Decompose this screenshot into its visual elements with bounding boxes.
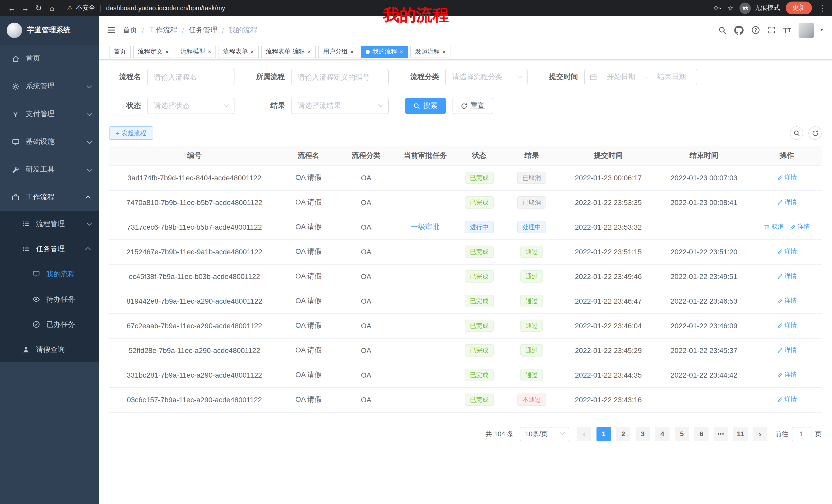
current-task-link[interactable]: 一级审批 — [411, 222, 440, 231]
update-button[interactable]: 更新 — [786, 2, 812, 15]
result-select[interactable]: 请选择流结果 — [291, 97, 389, 114]
page-button[interactable]: 11 — [733, 427, 748, 441]
breadcrumb-item[interactable]: 工作流程 — [149, 25, 177, 35]
prev-page-button[interactable]: ‹ — [577, 427, 591, 441]
detail-button[interactable]: 详情 — [777, 371, 797, 380]
tab-7[interactable]: 发起流程× — [410, 46, 450, 58]
close-icon[interactable]: × — [399, 49, 403, 55]
page-button[interactable]: 6 — [694, 427, 709, 441]
detail-button[interactable]: 详情 — [777, 297, 797, 305]
date-range-picker[interactable]: 开始日期 - 结束日期 — [584, 69, 697, 85]
sidebar-item-devtools[interactable]: 研发工具 — [0, 156, 99, 184]
sidebar-item-task-mgmt[interactable]: 任务管理 — [0, 236, 99, 261]
status-badge: 已完成 — [465, 196, 494, 208]
detail-button[interactable]: 详情 — [777, 272, 797, 281]
filter-status: 状态 请选择状态 — [109, 97, 234, 114]
category-select[interactable]: 请选择流程分类 — [445, 69, 527, 85]
sidebar-item-process-mgmt[interactable]: 流程管理 — [0, 211, 99, 236]
active-tab-dot — [366, 50, 370, 54]
sidebar-item-done-tasks[interactable]: 已办任务 — [0, 312, 99, 337]
sidebar-item-label: 请假查询 — [36, 345, 65, 354]
detail-button[interactable]: 详情 — [777, 321, 797, 330]
detail-button[interactable]: 详情 — [777, 247, 797, 256]
detail-button[interactable]: 详情 — [777, 346, 797, 355]
breadcrumb-item: 我的流程 — [229, 25, 257, 35]
sidebar-item-todo-tasks[interactable]: 待办任务 — [0, 287, 99, 312]
sidebar-item-leave-query[interactable]: 请假查询 — [0, 337, 99, 362]
detail-button[interactable]: 详情 — [790, 223, 810, 231]
breadcrumb-separator: / — [222, 26, 224, 34]
next-page-button[interactable]: › — [753, 427, 767, 441]
page-button[interactable]: 4 — [655, 427, 670, 441]
search-icon[interactable] — [718, 26, 727, 34]
fullscreen-icon[interactable] — [768, 26, 775, 34]
status-badge: 已完成 — [465, 172, 494, 184]
start-date-placeholder[interactable]: 开始日期 — [601, 73, 641, 82]
tab-1[interactable]: 流程定义× — [133, 46, 173, 58]
security-label[interactable]: 不安全 — [76, 4, 95, 12]
tab-5[interactable]: 用户分组× — [318, 46, 358, 58]
sidebar-item-workflow[interactable]: 工作流程 — [0, 184, 99, 211]
search-button[interactable]: 搜索 — [405, 97, 446, 114]
avatar[interactable] — [799, 22, 814, 38]
password-key-icon[interactable] — [714, 4, 722, 12]
create-process-button[interactable]: + 发起流程 — [109, 127, 153, 140]
browser-home-icon[interactable]: ⌂ — [45, 1, 59, 15]
cancel-button[interactable]: 取消 — [763, 223, 784, 231]
page-button[interactable]: 2 — [616, 427, 630, 441]
browser-reload-icon[interactable]: ↻ — [32, 1, 45, 15]
detail-button[interactable]: 详情 — [777, 173, 797, 182]
list-check-icon — [21, 245, 31, 253]
browser-forward-icon[interactable]: → — [19, 1, 32, 15]
process-name-input[interactable] — [147, 69, 234, 85]
close-icon[interactable]: × — [251, 49, 254, 55]
page-button[interactable]: 1 — [597, 427, 611, 441]
refresh-table-button[interactable] — [808, 127, 822, 140]
goto-page-input[interactable] — [792, 427, 811, 441]
tab-6[interactable]: 我的流程× — [361, 46, 408, 58]
status-select[interactable]: 请选择状态 — [147, 97, 234, 114]
close-icon[interactable]: × — [165, 49, 169, 55]
reset-button[interactable]: 重置 — [452, 97, 493, 114]
close-icon[interactable]: × — [442, 49, 446, 55]
detail-button[interactable]: 详情 — [777, 198, 797, 207]
action-label: 详情 — [784, 346, 797, 355]
process-id-input[interactable] — [291, 69, 389, 85]
hamburger-icon[interactable] — [107, 26, 116, 34]
table-toolbar-right — [790, 127, 822, 140]
column-header: 流程分类 — [337, 146, 395, 165]
app-logo[interactable]: 芋道管理系统 — [0, 16, 99, 45]
sidebar-item-payment[interactable]: ¥支付管理 — [0, 100, 99, 128]
page-button[interactable]: 5 — [675, 427, 689, 441]
row-current-task — [395, 240, 456, 264]
tab-2[interactable]: 流程模型× — [176, 46, 216, 58]
sidebar-item-home[interactable]: 首页 — [0, 45, 99, 73]
toggle-search-button[interactable] — [790, 127, 803, 140]
page-size-select[interactable]: 10条/页 — [520, 427, 569, 441]
font-size-icon[interactable]: TT — [783, 26, 791, 34]
browser-menu-icon[interactable]: ⋮ — [817, 3, 827, 12]
page-button[interactable]: 3 — [635, 427, 650, 441]
close-icon[interactable]: × — [208, 49, 211, 55]
edit-icon — [790, 224, 796, 230]
breadcrumb-item[interactable]: 任务管理 — [189, 25, 217, 35]
close-icon[interactable]: × — [308, 49, 311, 55]
github-icon[interactable] — [734, 25, 744, 35]
tab-3[interactable]: 流程表单× — [218, 46, 259, 58]
caret-down-icon[interactable]: ▼ — [820, 28, 824, 32]
browser-back-icon[interactable]: ← — [5, 1, 19, 15]
breadcrumb-item[interactable]: 首页 — [123, 25, 137, 35]
bookmark-star-icon[interactable]: ☆ — [727, 4, 734, 12]
tab-4[interactable]: 流程表单-编辑× — [261, 46, 316, 58]
end-date-placeholder[interactable]: 结束日期 — [652, 73, 692, 82]
pagination-more[interactable]: ••• — [714, 427, 728, 441]
close-icon[interactable]: × — [350, 49, 354, 55]
status-badge: 已完成 — [465, 270, 494, 283]
tab-0[interactable]: 首页 — [109, 46, 131, 58]
detail-button[interactable]: 详情 — [777, 395, 797, 404]
sidebar-item-infrastructure[interactable]: 基础设施 — [0, 128, 99, 156]
url-text[interactable]: dashboard.yudao.iocoder.cn/bpm/task/my — [106, 4, 225, 11]
sidebar-item-system[interactable]: 系统管理 — [0, 73, 99, 100]
help-icon[interactable]: ? — [751, 26, 760, 34]
sidebar-item-my-process[interactable]: 我的流程 — [0, 261, 99, 287]
